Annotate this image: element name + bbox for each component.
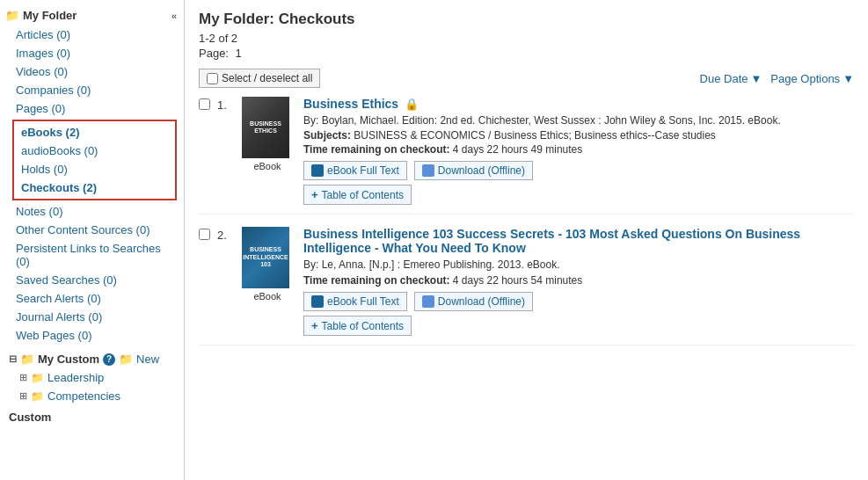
result-1-subjects: Subjects: BUSINESS & ECONOMICS / Busines… [303,129,854,142]
sidebar-item-search-alerts[interactable]: Search Alerts (0) [0,289,184,308]
folder-icon-custom: 📁 [20,353,34,366]
new-label[interactable]: New [136,353,159,366]
result-1-actions: eBook Full Text Download (Offline) [303,161,854,180]
result-1-ebook-fulltext-button[interactable]: eBook Full Text [303,161,407,180]
result-2-meta: By: Le, Anna. [N.p.] : Emereo Publishing… [303,257,854,273]
result-1-subjects-text: BUSINESS & ECONOMICS / Business Ethics; … [354,129,715,142]
sidebar-item-notes[interactable]: Notes (0) [0,202,184,221]
result-1-details: Business Ethics 🔒 By: Boylan, Michael. E… [303,97,854,205]
result-2-title[interactable]: Business Intelligence 103 Success Secret… [303,227,800,255]
folder-icon-new: 📁 [119,353,133,366]
my-custom-section: ⊟ 📁 My Custom ? 📁 New [0,350,184,368]
result-1-toc-button[interactable]: + Table of Contents [303,185,412,205]
result-2-toc-button[interactable]: + Table of Contents [303,316,412,336]
result-1-time-value: 4 days 22 hours 49 minutes [453,143,582,156]
my-folder-header: 📁 My Folder « [0,5,184,25]
sidebar: 📁 My Folder « Articles (0) Images (0) Vi… [0,0,185,480]
ebooks-group-box: eBooks (2) audioBooks (0) Holds (0) Chec… [12,120,177,200]
sidebar-item-persistent-links[interactable]: Persistent Links to Searches (0) [0,239,184,271]
ebook-icon-1 [311,164,324,177]
page-info: Page: 1 [199,47,854,60]
due-date-sort-button[interactable]: Due Date ▼ [700,72,762,85]
result-1-checkbox[interactable] [199,98,210,110]
book-cover-1: BUSINESSETHICS [242,97,289,158]
leadership-label: Leadership [47,371,104,384]
collapse-button[interactable]: « [171,11,177,21]
download-icon-2 [422,295,434,308]
sidebar-item-other-content[interactable]: Other Content Sources (0) [0,221,184,239]
sidebar-item-videos[interactable]: Videos (0) [0,62,184,81]
expand-icon-leadership: ⊞ [19,372,27,383]
my-folder-label: My Folder [23,9,77,22]
result-2-time: Time remaining on checkout: 4 days 22 ho… [303,274,854,287]
sidebar-item-companies[interactable]: Companies (0) [0,81,184,99]
table-row: 1. BUSINESSETHICS eBook Business Ethics … [199,97,854,215]
result-1-thumbnail: BUSINESSETHICS eBook [242,97,293,171]
result-1-number: 1. [217,98,235,112]
sidebar-subitem-competencies[interactable]: ⊞ 📁 Competencies [0,387,184,405]
sidebar-item-holds[interactable]: Holds (0) [14,160,175,178]
chevron-down-icon-2: ▼ [842,72,854,85]
result-2-download-button[interactable]: Download (Offline) [414,292,533,311]
toc-plus-icon-1: + [311,188,318,201]
result-1-title[interactable]: Business Ethics [303,97,398,111]
page-number: 1 [236,47,242,60]
folder-icon-competencies: 📁 [31,390,44,403]
sidebar-item-audiobooks[interactable]: audioBooks (0) [14,142,175,160]
help-icon[interactable]: ? [103,353,115,366]
book-label-2: eBook [242,291,293,302]
result-2-number: 2. [217,229,235,242]
toolbar: Select / deselect all Due Date ▼ Page Op… [199,69,854,88]
sidebar-item-ebooks[interactable]: eBooks (2) [14,123,175,142]
book-label-1: eBook [242,161,293,171]
sidebar-item-pages[interactable]: Pages (0) [0,99,184,118]
page-label: Page: [199,47,229,60]
competencies-label: Competencies [47,389,120,403]
expand-icon: ⊟ [9,353,17,365]
sidebar-subitem-leadership[interactable]: ⊞ 📁 Leadership [0,368,184,387]
page-title: My Folder: Checkouts [199,11,854,28]
page-options-button[interactable]: Page Options ▼ [770,72,854,85]
result-1-download-button[interactable]: Download (Offline) [414,161,533,180]
sidebar-item-journal-alerts[interactable]: Journal Alerts (0) [0,308,184,326]
chevron-down-icon: ▼ [750,72,762,85]
custom-bottom: Custom [0,405,184,426]
download-icon-1 [422,164,434,177]
sidebar-item-images[interactable]: Images (0) [0,44,184,62]
expand-icon-competencies: ⊞ [19,390,27,402]
select-deselect-all-button[interactable]: Select / deselect all [199,69,320,88]
table-row: 2. BUSINESSINTELLIGENCE103 eBook Busines… [199,227,854,345]
result-1-meta: By: Boylan, Michael. Edition: 2nd ed. Ch… [303,113,854,128]
result-2-checkbox[interactable] [199,229,210,240]
sidebar-item-articles[interactable]: Articles (0) [0,25,184,44]
result-count: 1-2 of 2 [199,32,854,45]
result-2-actions: eBook Full Text Download (Offline) [303,292,854,311]
folder-icon-leadership: 📁 [31,372,44,384]
select-all-checkbox[interactable] [207,73,218,84]
sidebar-item-saved-searches[interactable]: Saved Searches (0) [0,271,184,289]
my-custom-label: My Custom [38,353,99,366]
book-cover-2: BUSINESSINTELLIGENCE103 [242,227,289,288]
sort-options: Due Date ▼ Page Options ▼ [700,72,854,85]
sidebar-item-checkouts[interactable]: Checkouts (2) [14,178,175,197]
result-2-ebook-fulltext-button[interactable]: eBook Full Text [303,292,407,311]
result-2-thumbnail: BUSINESSINTELLIGENCE103 eBook [242,227,293,302]
ebook-icon-2 [311,295,324,308]
custom-bottom-label: Custom [9,411,51,424]
folder-icon: 📁 [5,9,19,22]
lock-icon-1: 🔒 [405,98,419,111]
result-1-time: Time remaining on checkout: 4 days 22 ho… [303,143,854,156]
result-2-details: Business Intelligence 103 Success Secret… [303,227,854,336]
main-content: My Folder: Checkouts 1-2 of 2 Page: 1 Se… [185,0,868,480]
sidebar-item-web-pages[interactable]: Web Pages (0) [0,326,184,345]
toc-plus-icon-2: + [311,319,318,332]
result-2-time-value: 4 days 22 hours 54 minutes [453,274,582,287]
